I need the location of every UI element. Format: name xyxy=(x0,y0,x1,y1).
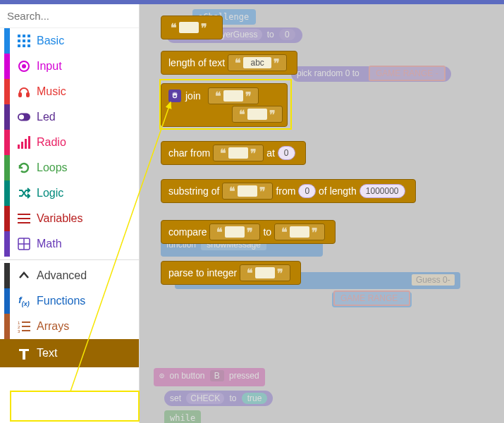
string-slot[interactable]: ❝❞ xyxy=(232,106,283,123)
quote-close-icon: ❞ xyxy=(248,147,259,160)
stripe xyxy=(4,288,10,314)
string-input[interactable] xyxy=(238,185,257,197)
grid-icon xyxy=(14,35,34,47)
target-icon xyxy=(14,60,34,73)
gear-icon[interactable] xyxy=(168,90,181,102)
stripe xyxy=(4,206,10,231)
quote-open-icon: ❝ xyxy=(279,226,290,239)
block-label: substring of xyxy=(168,185,219,197)
category-loops[interactable]: Loops xyxy=(0,155,139,180)
block-label: char from xyxy=(168,147,210,159)
quote-open-icon: ❝ xyxy=(214,226,225,239)
category-input[interactable]: Input xyxy=(0,54,139,79)
block-length-of-text[interactable]: length of text ❝ abc ❞ xyxy=(161,51,297,75)
number-input-from[interactable]: 0 xyxy=(298,184,316,198)
svg-rect-6 xyxy=(23,39,25,42)
stripe xyxy=(4,28,10,54)
block-label: length of text xyxy=(168,57,225,68)
shuffle-icon xyxy=(14,187,34,200)
stripe xyxy=(4,231,10,257)
svg-rect-22 xyxy=(18,218,30,219)
category-math[interactable]: Math xyxy=(0,231,139,257)
string-slot[interactable]: ❝ abc ❞ xyxy=(228,54,287,71)
string-slot[interactable]: ❝❞ xyxy=(209,223,260,240)
svg-rect-2 xyxy=(18,35,20,37)
category-logic[interactable]: Logic xyxy=(0,180,139,206)
string-slot[interactable]: ❝❞ xyxy=(222,183,273,200)
search-input[interactable] xyxy=(7,10,141,22)
svg-rect-10 xyxy=(27,44,30,47)
quote-close-icon: ❞ xyxy=(199,21,209,35)
category-label: Input xyxy=(37,60,62,73)
string-slot[interactable]: ❝❞ xyxy=(240,264,290,281)
block-label-oflen: of length xyxy=(319,185,357,197)
svg-point-12 xyxy=(23,65,25,68)
category-text[interactable]: Text xyxy=(0,339,139,367)
category-label: Advanced xyxy=(37,269,87,282)
block-label: parse to integer xyxy=(168,267,237,278)
category-radio[interactable]: Radio xyxy=(0,130,139,155)
stripe xyxy=(4,341,10,366)
string-slot[interactable]: ❝❞ xyxy=(208,87,259,104)
headphones-icon xyxy=(14,85,34,98)
category-led[interactable]: Led xyxy=(0,104,139,130)
category-variables[interactable]: Variables xyxy=(0,206,139,231)
block-label-from: from xyxy=(276,185,295,197)
category-advanced-header[interactable]: Advanced xyxy=(0,263,139,288)
block-compare[interactable]: compare ❝❞ to ❝❞ xyxy=(161,220,336,244)
stripe xyxy=(4,54,10,79)
string-input[interactable] xyxy=(290,226,309,238)
string-input[interactable] xyxy=(225,226,245,238)
string-input[interactable] xyxy=(247,109,267,120)
category-sidebar: Basic Input Music xyxy=(0,4,140,423)
block-label: compare xyxy=(168,226,207,238)
quote-open-icon: ❝ xyxy=(237,108,247,121)
chevron-up-icon xyxy=(14,269,34,282)
category-music[interactable]: Music xyxy=(0,79,139,104)
string-input[interactable]: abc xyxy=(243,57,271,68)
category-arrays[interactable]: 123 Arrays xyxy=(0,314,139,339)
category-functions[interactable]: f(x) Functions xyxy=(0,288,139,314)
block-string-literal[interactable]: ❝ ❞ xyxy=(161,16,223,39)
category-label: Functions xyxy=(37,295,85,307)
string-input[interactable] xyxy=(228,147,248,159)
stripe xyxy=(4,130,10,155)
svg-rect-7 xyxy=(27,39,30,42)
string-input[interactable] xyxy=(223,90,243,102)
svg-rect-30 xyxy=(22,321,30,323)
quote-open-icon: ❝ xyxy=(227,185,238,198)
string-input[interactable] xyxy=(179,22,199,33)
string-slot[interactable]: ❝❞ xyxy=(213,145,264,161)
stripe xyxy=(4,314,10,339)
svg-rect-3 xyxy=(23,35,25,37)
search-row xyxy=(0,4,139,28)
number-input[interactable]: 0 xyxy=(278,146,295,160)
refresh-icon xyxy=(14,161,34,174)
block-char-from[interactable]: char from ❝❞ at 0 xyxy=(161,141,306,165)
category-label: Radio xyxy=(37,136,66,149)
number-input-len[interactable]: 1000000 xyxy=(359,184,405,198)
string-slot[interactable]: ❝❞ xyxy=(274,223,325,240)
svg-rect-9 xyxy=(23,44,25,47)
svg-rect-4 xyxy=(27,35,30,37)
string-input[interactable] xyxy=(255,267,275,278)
svg-rect-17 xyxy=(18,145,20,149)
main-layout: Basic Input Music xyxy=(0,4,504,423)
quote-close-icon: ❞ xyxy=(267,108,278,121)
stripe xyxy=(4,263,10,288)
stripe xyxy=(4,104,10,130)
block-substring[interactable]: substring of ❝❞ from 0 of length 1000000 xyxy=(161,179,416,203)
block-label: join xyxy=(185,90,201,102)
bars-icon xyxy=(14,136,34,149)
block-parse-to-integer[interactable]: parse to integer ❝❞ xyxy=(161,261,301,285)
svg-rect-8 xyxy=(18,44,20,47)
category-basic[interactable]: Basic xyxy=(0,28,139,54)
svg-rect-20 xyxy=(28,136,30,149)
advanced-group: Advanced f(x) Functions 123 Arrays xyxy=(0,259,139,367)
block-join[interactable]: join ❝❞ ❝❞ xyxy=(161,83,288,127)
text-flyout: ❝ ❞ length of text ❝ abc ❞ join xyxy=(154,10,504,423)
svg-rect-23 xyxy=(18,222,30,223)
quote-open-icon: ❝ xyxy=(233,56,243,70)
quote-open-icon: ❝ xyxy=(213,90,223,103)
workspace[interactable]: oChallenge to set playerGuess to 0 pick … xyxy=(140,4,504,423)
